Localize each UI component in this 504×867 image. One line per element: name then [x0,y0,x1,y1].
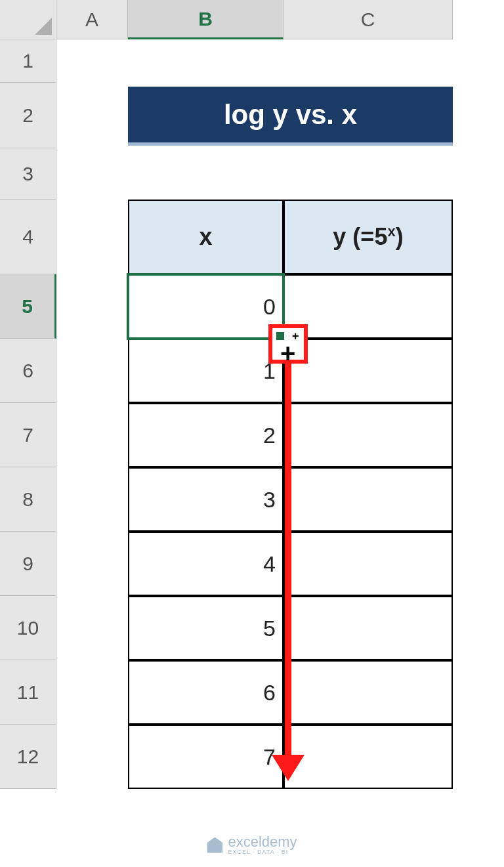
row-header-4[interactable]: 4 [0,200,56,274]
cell-B5[interactable]: 0 [128,274,284,339]
page-title: log y vs. x [128,87,453,142]
row-header-2[interactable]: 2 [0,83,56,148]
cell-B9[interactable]: 4 [128,532,284,596]
row-header-9[interactable]: 9 [0,532,56,596]
cell-B11[interactable]: 6 [128,660,284,725]
cell-B8[interactable]: 3 [128,467,284,532]
cell-B6[interactable]: 1 [128,339,284,403]
table-header-x[interactable]: x [128,200,284,274]
cell-B7[interactable]: 2 [128,403,284,467]
drag-arrow-head-icon [272,755,304,781]
cell-C5[interactable] [284,274,453,339]
row-header-3[interactable]: 3 [0,148,56,200]
column-header-C[interactable]: C [284,0,453,39]
column-header-B[interactable]: B [128,0,284,39]
row-header-11[interactable]: 11 [0,660,56,725]
table-header-y[interactable]: y (=5x) [284,200,453,274]
cell-B10[interactable]: 5 [128,596,284,660]
cell-C12[interactable] [284,725,453,789]
row-header-1[interactable]: 1 [0,39,56,83]
root: A B C 1 2 3 4 5 6 7 8 9 10 11 12 log y v… [0,0,504,867]
column-header-A[interactable]: A [56,0,128,39]
select-all-corner[interactable] [0,0,56,39]
cell-C7[interactable] [284,403,453,467]
row-header-7[interactable]: 7 [0,403,56,467]
plus-cursor-icon: + [280,340,295,366]
watermark: exceldemy EXCEL · DATA · BI [207,835,297,855]
row-header-10[interactable]: 10 [0,596,56,660]
drag-arrow-line [285,364,291,757]
watermark-logo-icon [207,837,222,853]
cell-C6[interactable] [284,339,453,403]
cell-B12[interactable]: 7 [128,725,284,789]
row-header-8[interactable]: 8 [0,467,56,532]
watermark-text: exceldemy EXCEL · DATA · BI [228,835,297,855]
cell-C11[interactable] [284,660,453,725]
row-header-5[interactable]: 5 [0,274,56,339]
cell-C9[interactable] [284,532,453,596]
row-header-12[interactable]: 12 [0,725,56,789]
fill-handle-cursor-highlight: + + [268,324,308,364]
row-header-6[interactable]: 6 [0,339,56,403]
corner-triangle-icon [35,18,52,35]
y-header-text: y (=5x) [333,223,403,251]
cell-C8[interactable] [284,467,453,532]
cell-C10[interactable] [284,596,453,660]
